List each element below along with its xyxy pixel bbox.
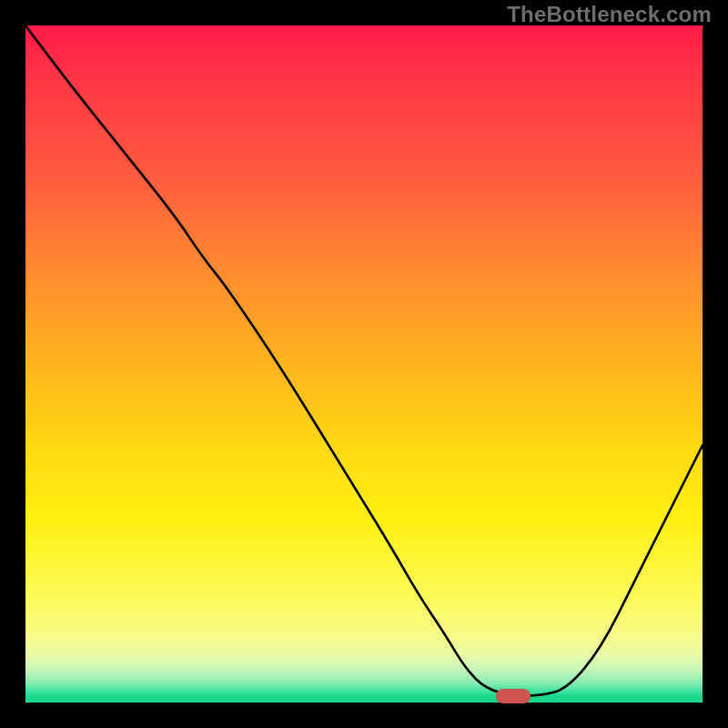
plot-area xyxy=(25,25,703,703)
chart-frame: TheBottleneck.com xyxy=(0,0,728,728)
watermark-text: TheBottleneck.com xyxy=(507,2,712,27)
bottleneck-curve xyxy=(25,25,703,703)
optimal-marker xyxy=(496,689,531,703)
